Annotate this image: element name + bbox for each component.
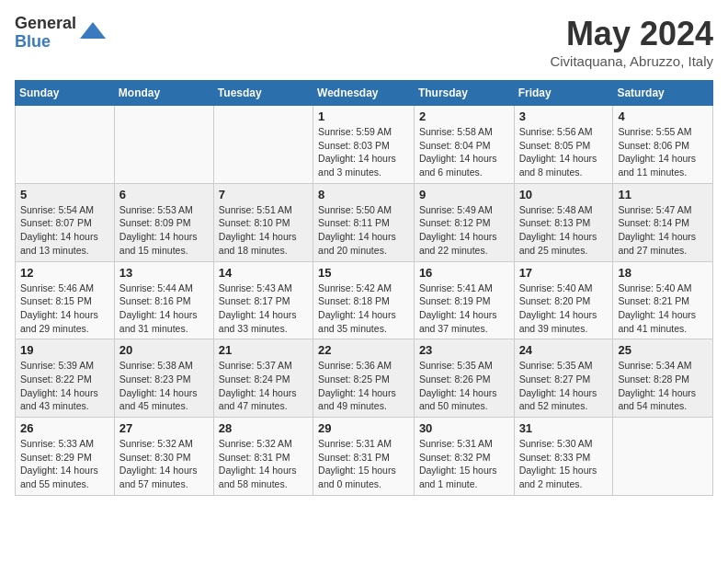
day-number: 25 bbox=[618, 343, 708, 357]
month-title: May 2024 bbox=[550, 15, 713, 53]
day-number: 2 bbox=[419, 109, 509, 123]
day-info: Sunrise: 5:50 AMSunset: 8:11 PMDaylight:… bbox=[318, 203, 409, 258]
day-number: 17 bbox=[519, 266, 609, 280]
dow-header-wednesday: Wednesday bbox=[313, 81, 415, 106]
week-row-2: 5Sunrise: 5:54 AMSunset: 8:07 PMDaylight… bbox=[16, 183, 713, 261]
dow-header-friday: Friday bbox=[514, 81, 613, 106]
day-info: Sunrise: 5:55 AMSunset: 8:06 PMDaylight:… bbox=[618, 125, 708, 179]
logo-blue: Blue bbox=[15, 33, 76, 52]
day-number: 23 bbox=[419, 343, 509, 357]
title-block: May 2024 Civitaquana, Abruzzo, Italy bbox=[550, 15, 713, 69]
day-of-week-row: SundayMondayTuesdayWednesdayThursdayFrid… bbox=[16, 81, 713, 106]
day-cell: 30Sunrise: 5:31 AMSunset: 8:32 PMDayligh… bbox=[414, 418, 514, 496]
day-info: Sunrise: 5:31 AMSunset: 8:32 PMDaylight:… bbox=[419, 437, 509, 491]
day-cell: 23Sunrise: 5:35 AMSunset: 8:26 PMDayligh… bbox=[414, 339, 514, 418]
day-cell: 3Sunrise: 5:56 AMSunset: 8:05 PMDaylight… bbox=[514, 106, 613, 184]
day-number: 3 bbox=[519, 109, 609, 123]
day-number: 13 bbox=[119, 266, 209, 280]
day-cell: 26Sunrise: 5:33 AMSunset: 8:29 PMDayligh… bbox=[16, 418, 115, 496]
day-cell: 15Sunrise: 5:42 AMSunset: 8:18 PMDayligh… bbox=[313, 261, 415, 339]
day-number: 16 bbox=[419, 266, 509, 280]
day-info: Sunrise: 5:32 AMSunset: 8:30 PMDaylight:… bbox=[119, 437, 209, 491]
day-cell: 18Sunrise: 5:40 AMSunset: 8:21 PMDayligh… bbox=[613, 261, 713, 339]
day-info: Sunrise: 5:31 AMSunset: 8:31 PMDaylight:… bbox=[318, 437, 409, 491]
day-cell: 12Sunrise: 5:46 AMSunset: 8:15 PMDayligh… bbox=[16, 261, 115, 339]
day-cell: 17Sunrise: 5:40 AMSunset: 8:20 PMDayligh… bbox=[514, 261, 613, 339]
day-info: Sunrise: 5:56 AMSunset: 8:05 PMDaylight:… bbox=[519, 125, 609, 179]
day-number: 28 bbox=[219, 421, 308, 435]
day-number: 29 bbox=[318, 421, 409, 435]
day-info: Sunrise: 5:40 AMSunset: 8:20 PMDaylight:… bbox=[519, 282, 609, 336]
dow-header-tuesday: Tuesday bbox=[213, 81, 313, 106]
day-info: Sunrise: 5:51 AMSunset: 8:10 PMDaylight:… bbox=[219, 203, 308, 258]
day-info: Sunrise: 5:38 AMSunset: 8:23 PMDaylight:… bbox=[119, 359, 209, 413]
day-number: 11 bbox=[618, 188, 708, 201]
day-number: 15 bbox=[318, 266, 409, 280]
logo-general: General bbox=[15, 15, 76, 33]
day-info: Sunrise: 5:46 AMSunset: 8:15 PMDaylight:… bbox=[20, 282, 109, 336]
day-info: Sunrise: 5:49 AMSunset: 8:12 PMDaylight:… bbox=[419, 203, 509, 258]
day-cell: 27Sunrise: 5:32 AMSunset: 8:30 PMDayligh… bbox=[114, 418, 213, 496]
day-cell: 14Sunrise: 5:43 AMSunset: 8:17 PMDayligh… bbox=[213, 261, 313, 339]
day-info: Sunrise: 5:39 AMSunset: 8:22 PMDaylight:… bbox=[20, 359, 109, 413]
day-number: 4 bbox=[618, 109, 708, 123]
day-number: 8 bbox=[318, 188, 409, 201]
day-info: Sunrise: 5:44 AMSunset: 8:16 PMDaylight:… bbox=[119, 282, 209, 336]
day-number: 6 bbox=[119, 188, 209, 201]
day-cell bbox=[613, 418, 713, 496]
day-number: 1 bbox=[318, 109, 409, 123]
day-info: Sunrise: 5:48 AMSunset: 8:13 PMDaylight:… bbox=[519, 203, 609, 258]
day-number: 30 bbox=[419, 421, 509, 435]
page-header: General Blue May 2024 Civitaquana, Abruz… bbox=[15, 15, 713, 69]
day-cell: 20Sunrise: 5:38 AMSunset: 8:23 PMDayligh… bbox=[114, 339, 213, 418]
day-number: 7 bbox=[219, 188, 308, 201]
day-info: Sunrise: 5:54 AMSunset: 8:07 PMDaylight:… bbox=[20, 203, 109, 258]
calendar-table: SundayMondayTuesdayWednesdayThursdayFrid… bbox=[15, 80, 713, 496]
dow-header-sunday: Sunday bbox=[16, 81, 115, 106]
day-number: 31 bbox=[519, 421, 609, 435]
week-row-3: 12Sunrise: 5:46 AMSunset: 8:15 PMDayligh… bbox=[16, 261, 713, 339]
location: Civitaquana, Abruzzo, Italy bbox=[550, 53, 713, 69]
day-cell: 19Sunrise: 5:39 AMSunset: 8:22 PMDayligh… bbox=[16, 339, 115, 418]
day-number: 24 bbox=[519, 343, 609, 357]
logo-icon bbox=[80, 18, 106, 44]
week-row-1: 1Sunrise: 5:59 AMSunset: 8:03 PMDaylight… bbox=[16, 106, 713, 184]
day-number: 20 bbox=[119, 343, 209, 357]
week-row-5: 26Sunrise: 5:33 AMSunset: 8:29 PMDayligh… bbox=[16, 418, 713, 496]
day-number: 27 bbox=[119, 421, 209, 435]
day-cell: 31Sunrise: 5:30 AMSunset: 8:33 PMDayligh… bbox=[514, 418, 613, 496]
calendar-body: 1Sunrise: 5:59 AMSunset: 8:03 PMDaylight… bbox=[16, 106, 713, 496]
day-info: Sunrise: 5:47 AMSunset: 8:14 PMDaylight:… bbox=[618, 203, 708, 258]
day-number: 19 bbox=[20, 343, 109, 357]
day-cell: 2Sunrise: 5:58 AMSunset: 8:04 PMDaylight… bbox=[414, 106, 514, 184]
day-number: 5 bbox=[20, 188, 109, 201]
day-cell: 29Sunrise: 5:31 AMSunset: 8:31 PMDayligh… bbox=[313, 418, 415, 496]
day-info: Sunrise: 5:43 AMSunset: 8:17 PMDaylight:… bbox=[219, 282, 308, 336]
day-cell bbox=[16, 106, 115, 184]
day-info: Sunrise: 5:30 AMSunset: 8:33 PMDaylight:… bbox=[519, 437, 609, 491]
day-cell: 11Sunrise: 5:47 AMSunset: 8:14 PMDayligh… bbox=[613, 183, 713, 261]
dow-header-thursday: Thursday bbox=[414, 81, 514, 106]
day-cell: 16Sunrise: 5:41 AMSunset: 8:19 PMDayligh… bbox=[414, 261, 514, 339]
day-cell bbox=[114, 106, 213, 184]
day-info: Sunrise: 5:58 AMSunset: 8:04 PMDaylight:… bbox=[419, 125, 509, 179]
day-number: 10 bbox=[519, 188, 609, 201]
day-cell: 5Sunrise: 5:54 AMSunset: 8:07 PMDaylight… bbox=[16, 183, 115, 261]
day-cell: 6Sunrise: 5:53 AMSunset: 8:09 PMDaylight… bbox=[114, 183, 213, 261]
day-cell: 7Sunrise: 5:51 AMSunset: 8:10 PMDaylight… bbox=[213, 183, 313, 261]
week-row-4: 19Sunrise: 5:39 AMSunset: 8:22 PMDayligh… bbox=[16, 339, 713, 418]
day-cell: 8Sunrise: 5:50 AMSunset: 8:11 PMDaylight… bbox=[313, 183, 415, 261]
day-cell: 1Sunrise: 5:59 AMSunset: 8:03 PMDaylight… bbox=[313, 106, 415, 184]
day-cell bbox=[213, 106, 313, 184]
day-cell: 28Sunrise: 5:32 AMSunset: 8:31 PMDayligh… bbox=[213, 418, 313, 496]
day-cell: 21Sunrise: 5:37 AMSunset: 8:24 PMDayligh… bbox=[213, 339, 313, 418]
logo: General Blue bbox=[15, 15, 106, 52]
day-info: Sunrise: 5:33 AMSunset: 8:29 PMDaylight:… bbox=[20, 437, 109, 491]
day-info: Sunrise: 5:35 AMSunset: 8:26 PMDaylight:… bbox=[419, 359, 509, 413]
day-info: Sunrise: 5:35 AMSunset: 8:27 PMDaylight:… bbox=[519, 359, 609, 413]
day-number: 12 bbox=[20, 266, 109, 280]
day-number: 22 bbox=[318, 343, 409, 357]
day-cell: 4Sunrise: 5:55 AMSunset: 8:06 PMDaylight… bbox=[613, 106, 713, 184]
day-info: Sunrise: 5:37 AMSunset: 8:24 PMDaylight:… bbox=[219, 359, 308, 413]
day-cell: 24Sunrise: 5:35 AMSunset: 8:27 PMDayligh… bbox=[514, 339, 613, 418]
